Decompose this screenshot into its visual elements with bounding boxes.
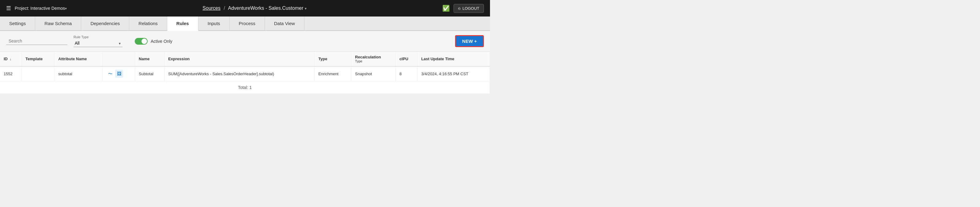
col-attribute-name: Attribute Name bbox=[54, 52, 102, 66]
tab-rules[interactable]: Rules bbox=[167, 16, 199, 31]
cell-last-update: 3/4/2024, 4:16:55 PM CST bbox=[417, 66, 490, 81]
tab-relations[interactable]: Relations bbox=[129, 16, 167, 30]
chart-icon[interactable]: 〜 bbox=[106, 70, 114, 78]
new-button[interactable]: NEW + bbox=[455, 35, 484, 47]
col-type: Type bbox=[315, 52, 351, 66]
rule-type-select[interactable]: All bbox=[73, 40, 123, 47]
col-recalculation-type: RecalculationType bbox=[351, 52, 396, 66]
project-label: Project: Interactive Demos▾ bbox=[15, 6, 67, 11]
breadcrumb-dropdown-icon[interactable]: ▾ bbox=[305, 6, 307, 11]
table-row: 1552 subtotal 〜 🖼 Subtotal SUM([Adventur… bbox=[0, 66, 490, 81]
table-header-row: ID ↓ Template Attribute Name Name Expres… bbox=[0, 52, 490, 66]
status-icon: ✅ bbox=[442, 5, 450, 12]
logout-button[interactable]: ⎋ LOGOUT bbox=[453, 4, 484, 13]
col-name: Name bbox=[135, 52, 164, 66]
active-only-toggle[interactable] bbox=[135, 38, 148, 45]
menu-icon[interactable]: ☰ bbox=[6, 5, 11, 12]
col-id: ID ↓ bbox=[0, 52, 22, 66]
tab-dependencies[interactable]: Dependencies bbox=[81, 16, 129, 30]
logout-icon: ⎋ bbox=[458, 6, 461, 11]
tab-settings[interactable]: Settings bbox=[0, 16, 35, 30]
active-only-label: Active Only bbox=[151, 39, 172, 44]
breadcrumb-separator: / bbox=[224, 5, 225, 11]
col-last-update: Last Update Time bbox=[417, 52, 490, 66]
rule-type-label: Rule Type bbox=[73, 35, 123, 39]
cell-cipu: 8 bbox=[396, 66, 417, 81]
breadcrumb: Sources / AdventureWorks - Sales.Custome… bbox=[70, 5, 439, 11]
toolbar: Rule Type All Active Only NEW + bbox=[0, 31, 490, 52]
sources-link[interactable]: Sources bbox=[202, 5, 221, 11]
tab-raw-schema[interactable]: Raw Schema bbox=[35, 16, 81, 30]
cell-expression: SUM([AdventureWorks - Sales.SalesOrderHe… bbox=[164, 66, 315, 81]
active-only-toggle-wrapper: Active Only bbox=[135, 38, 172, 45]
cell-template bbox=[22, 66, 54, 81]
cell-name: Subtotal bbox=[135, 66, 164, 81]
breadcrumb-current: AdventureWorks - Sales.Customer bbox=[228, 5, 303, 11]
search-input[interactable] bbox=[6, 37, 67, 45]
rule-type-group: Rule Type All bbox=[73, 35, 123, 47]
rule-type-select-wrapper: All bbox=[73, 40, 123, 47]
col-expression: Expression bbox=[164, 52, 315, 66]
cell-icons: 〜 🖼 bbox=[102, 66, 135, 81]
cell-recalculation-type: Snapshot bbox=[351, 66, 396, 81]
image-icon[interactable]: 🖼 bbox=[115, 70, 123, 77]
table-total: Total: 1 bbox=[0, 81, 490, 94]
header: ☰ Project: Interactive Demos▾ Sources / … bbox=[0, 0, 490, 16]
cell-attribute-name: subtotal bbox=[54, 66, 102, 81]
col-template: Template bbox=[22, 52, 54, 66]
tabs-bar: Settings Raw Schema Dependencies Relatio… bbox=[0, 16, 490, 31]
tab-process[interactable]: Process bbox=[230, 16, 265, 30]
tab-inputs[interactable]: Inputs bbox=[199, 16, 230, 30]
table-footer-row: Total: 1 bbox=[0, 81, 490, 94]
tab-data-view[interactable]: Data View bbox=[265, 16, 304, 30]
cell-id: 1552 bbox=[0, 66, 22, 81]
col-icons bbox=[102, 52, 135, 66]
col-cipu: cIPU bbox=[396, 52, 417, 66]
rules-table: ID ↓ Template Attribute Name Name Expres… bbox=[0, 52, 490, 94]
cell-type: Enrichment bbox=[315, 66, 351, 81]
